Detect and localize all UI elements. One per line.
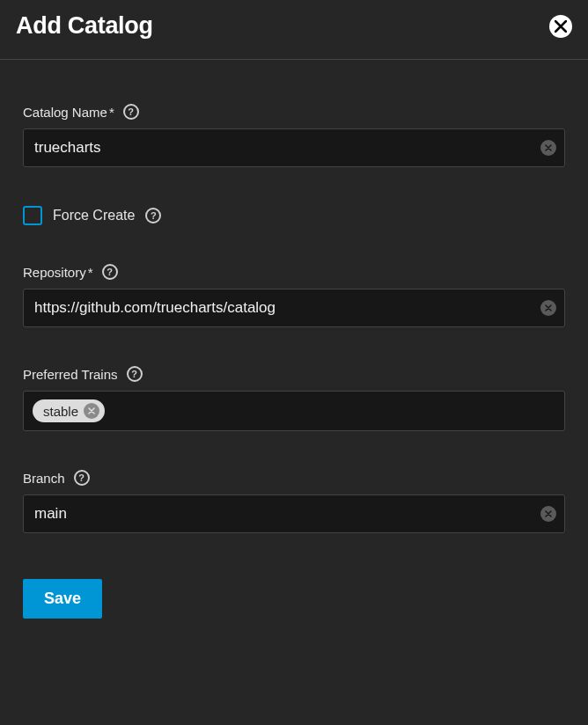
- chip-remove-button[interactable]: [84, 403, 99, 419]
- branch-label-row: Branch ?: [23, 470, 565, 486]
- dialog-footer: Save: [0, 556, 588, 641]
- force-create-checkbox[interactable]: [23, 206, 42, 225]
- repository-input-wrap: [23, 289, 565, 327]
- clear-icon: [545, 510, 552, 517]
- dialog-content: Catalog Name* ? Force Create ? Repositor…: [0, 60, 588, 556]
- close-icon: [88, 407, 95, 414]
- catalog-name-label: Catalog Name*: [23, 105, 114, 120]
- dialog-header: Add Catalog: [0, 0, 588, 59]
- close-button[interactable]: [549, 15, 572, 38]
- preferred-trains-field: Preferred Trains ? stable: [23, 366, 565, 431]
- help-icon[interactable]: ?: [145, 208, 161, 223]
- dialog-title: Add Catalog: [16, 12, 153, 40]
- help-icon[interactable]: ?: [123, 104, 139, 120]
- preferred-trains-label: Preferred Trains: [23, 367, 118, 382]
- branch-field: Branch ?: [23, 470, 565, 533]
- preferred-trains-label-row: Preferred Trains ?: [23, 366, 565, 382]
- catalog-name-input[interactable]: [23, 128, 565, 167]
- catalog-name-label-text: Catalog Name: [23, 105, 107, 120]
- repository-label-row: Repository* ?: [23, 264, 565, 280]
- help-icon[interactable]: ?: [74, 470, 90, 486]
- branch-clear-button[interactable]: [540, 506, 556, 522]
- add-catalog-dialog: Add Catalog Catalog Name* ? Fo: [0, 0, 588, 725]
- repository-field: Repository* ?: [23, 264, 565, 327]
- chip-label: stable: [43, 404, 78, 419]
- repository-label: Repository*: [23, 265, 93, 280]
- clear-icon: [545, 304, 552, 311]
- close-icon: [555, 20, 567, 33]
- preferred-trains-input[interactable]: stable: [23, 391, 565, 431]
- repository-label-text: Repository: [23, 265, 86, 280]
- catalog-name-clear-button[interactable]: [540, 140, 556, 156]
- force-create-label: Force Create: [53, 208, 135, 223]
- required-mark: *: [109, 105, 114, 120]
- repository-clear-button[interactable]: [540, 300, 556, 316]
- branch-label: Branch: [23, 471, 65, 486]
- help-icon[interactable]: ?: [127, 366, 143, 382]
- catalog-name-input-wrap: [23, 128, 565, 167]
- clear-icon: [545, 144, 552, 151]
- required-mark: *: [88, 265, 93, 280]
- catalog-name-label-row: Catalog Name* ?: [23, 104, 565, 120]
- repository-input[interactable]: [23, 289, 565, 327]
- branch-input[interactable]: [23, 494, 565, 533]
- branch-input-wrap: [23, 494, 565, 533]
- force-create-field: Force Create ?: [23, 206, 565, 225]
- train-chip: stable: [33, 399, 105, 422]
- save-button[interactable]: Save: [23, 579, 102, 619]
- help-icon[interactable]: ?: [102, 264, 118, 280]
- catalog-name-field: Catalog Name* ?: [23, 104, 565, 167]
